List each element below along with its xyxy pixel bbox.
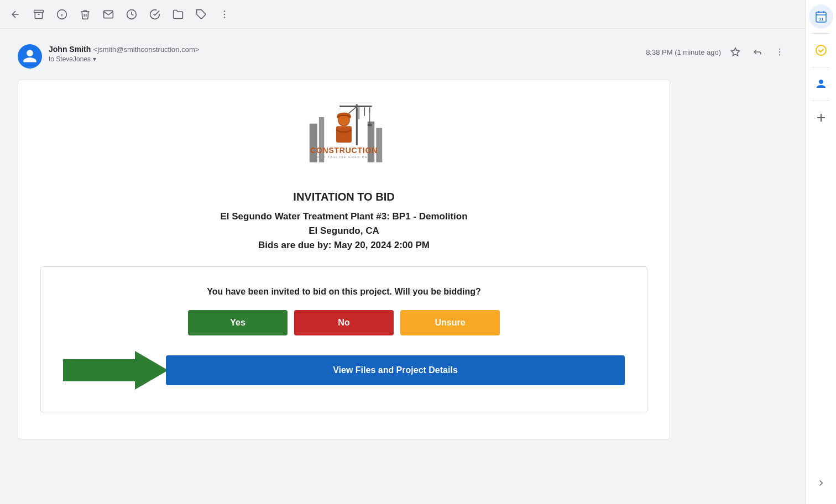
mark-unread-button[interactable] xyxy=(102,8,115,21)
back-button[interactable] xyxy=(9,8,22,21)
sidebar-divider-1 xyxy=(812,33,830,34)
no-button[interactable]: No xyxy=(294,310,394,335)
more-email-actions-button[interactable] xyxy=(772,44,787,60)
email-timestamp: 8:38 PM (1 minute ago) xyxy=(646,48,721,56)
task-button[interactable] xyxy=(148,8,161,21)
svg-point-38 xyxy=(816,45,826,55)
bid-buttons-row: Yes No Unsure xyxy=(63,310,625,335)
svg-point-7 xyxy=(224,13,226,15)
contacts-sidebar-icon[interactable] xyxy=(809,72,833,96)
info-button[interactable] xyxy=(55,8,69,21)
bid-response-box: You have been invited to bid on this pro… xyxy=(40,266,647,412)
svg-point-11 xyxy=(779,51,780,53)
tasks-sidebar-icon[interactable] xyxy=(809,38,833,62)
green-arrow-icon xyxy=(63,351,168,390)
recipient-dropdown-icon[interactable]: ▾ xyxy=(93,55,96,63)
more-actions-button[interactable] xyxy=(218,8,231,21)
svg-marker-9 xyxy=(732,48,740,56)
svg-rect-24 xyxy=(376,128,382,162)
email-toolbar xyxy=(0,0,805,29)
recipient-line: to SteveJones ▾ xyxy=(49,55,199,63)
svg-point-6 xyxy=(224,10,226,12)
svg-text:31: 31 xyxy=(818,17,823,22)
unsure-button[interactable]: Unsure xyxy=(400,310,500,335)
right-sidebar: 31 xyxy=(805,0,836,504)
add-sidebar-button[interactable] xyxy=(809,106,833,130)
sender-name-line: John Smith <jsmith@smithconstruction.com… xyxy=(49,44,199,54)
bid-due-date: Bids are due by: May 20, 2024 2:00 PM xyxy=(40,240,647,251)
sender-email: <jsmith@smithconstruction.com> xyxy=(93,45,200,54)
sender-name: John Smith xyxy=(49,45,91,54)
email-body: CONSTRUCTION YOUR TAGLINE GOES HERE INVI… xyxy=(18,80,670,439)
email-header: John Smith <jsmith@smithconstruction.com… xyxy=(18,38,787,75)
yes-button[interactable]: Yes xyxy=(188,310,288,335)
svg-text:YOUR TAGLINE GOES HERE: YOUR TAGLINE GOES HERE xyxy=(314,155,374,159)
star-button[interactable] xyxy=(728,44,743,60)
svg-rect-0 xyxy=(34,10,44,12)
sender-section: John Smith <jsmith@smithconstruction.com… xyxy=(18,44,199,69)
move-button[interactable] xyxy=(171,8,185,21)
view-files-button[interactable]: View Files and Project Details xyxy=(166,355,625,385)
sender-info: John Smith <jsmith@smithconstruction.com… xyxy=(49,44,199,63)
email-text-content: INVITATION TO BID El Segundo Water Treat… xyxy=(40,191,647,412)
snooze-button[interactable] xyxy=(125,8,138,21)
logo-section: CONSTRUCTION YOUR TAGLINE GOES HERE xyxy=(40,98,647,175)
svg-text:CONSTRUCTION: CONSTRUCTION xyxy=(310,146,378,155)
project-name: El Segundo Water Treatment Plant #3: BP1… xyxy=(40,211,647,222)
svg-marker-32 xyxy=(63,351,168,390)
reply-button[interactable] xyxy=(750,44,765,60)
invitation-title: INVITATION TO BID xyxy=(40,191,647,203)
delete-button[interactable] xyxy=(79,8,92,21)
email-meta-actions: 8:38 PM (1 minute ago) xyxy=(646,44,787,60)
expand-sidebar-button[interactable] xyxy=(809,471,833,495)
email-content-area: John Smith <jsmith@smithconstruction.com… xyxy=(0,29,805,504)
svg-point-8 xyxy=(224,17,226,18)
svg-point-12 xyxy=(779,54,780,55)
svg-point-28 xyxy=(339,115,349,125)
company-logo: CONSTRUCTION YOUR TAGLINE GOES HERE xyxy=(300,98,388,175)
logo-container: CONSTRUCTION YOUR TAGLINE GOES HERE xyxy=(300,98,388,175)
view-files-row: View Files and Project Details xyxy=(63,351,625,390)
svg-rect-29 xyxy=(336,126,352,143)
calendar-sidebar-icon[interactable]: 31 xyxy=(809,4,833,29)
label-button[interactable] xyxy=(195,8,208,21)
archive-button[interactable] xyxy=(32,8,45,21)
svg-point-10 xyxy=(779,49,780,50)
recipient-label: to SteveJones xyxy=(49,55,91,63)
sidebar-divider-3 xyxy=(812,101,830,101)
bid-question: You have been invited to bid on this pro… xyxy=(63,287,625,297)
project-location: El Segundo, CA xyxy=(40,225,647,237)
avatar xyxy=(18,44,42,69)
sidebar-divider-2 xyxy=(812,67,830,67)
